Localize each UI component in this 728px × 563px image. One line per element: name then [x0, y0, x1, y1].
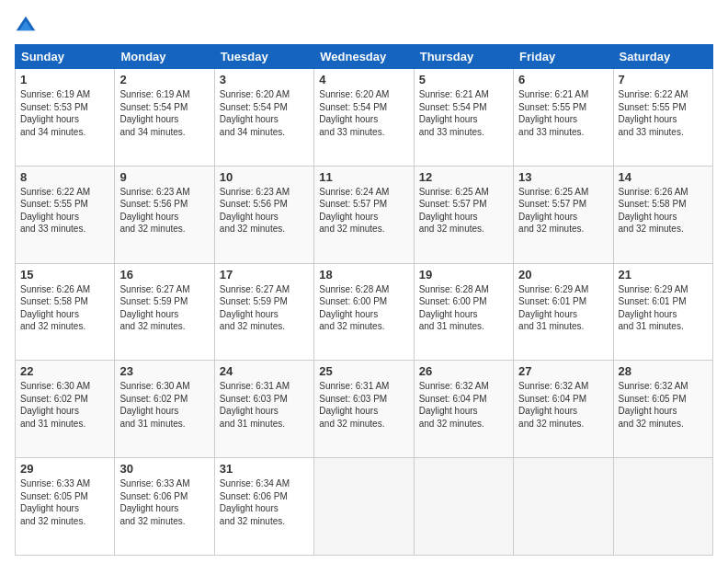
day-info: Sunrise: 6:19 AM Sunset: 5:53 PM Dayligh…: [20, 88, 109, 138]
week-row-4: 22 Sunrise: 6:30 AM Sunset: 6:02 PM Dayl…: [16, 361, 713, 458]
day-number: 4: [319, 73, 408, 86]
day-cell-15: 15 Sunrise: 6:26 AM Sunset: 5:58 PM Dayl…: [16, 263, 115, 361]
empty-cell: [514, 458, 613, 556]
day-info: Sunrise: 6:32 AM Sunset: 6:05 PM Dayligh…: [619, 380, 708, 430]
day-number: 10: [220, 170, 309, 184]
day-info: Sunrise: 6:20 AM Sunset: 5:54 PM Dayligh…: [319, 88, 408, 138]
day-info: Sunrise: 6:21 AM Sunset: 5:54 PM Dayligh…: [419, 88, 508, 138]
week-row-5: 29 Sunrise: 6:33 AM Sunset: 6:05 PM Dayl…: [16, 458, 713, 556]
logo: [15, 15, 40, 37]
day-info: Sunrise: 6:33 AM Sunset: 6:06 PM Dayligh…: [119, 477, 209, 527]
day-cell-5: 5 Sunrise: 6:21 AM Sunset: 5:54 PM Dayli…: [414, 69, 513, 167]
day-number: 22: [20, 364, 109, 378]
day-info: Sunrise: 6:34 AM Sunset: 6:06 PM Dayligh…: [220, 477, 309, 527]
day-number: 15: [20, 268, 109, 282]
day-number: 2: [119, 73, 209, 86]
day-cell-14: 14 Sunrise: 6:26 AM Sunset: 5:58 PM Dayl…: [613, 166, 712, 263]
day-number: 25: [319, 364, 408, 378]
day-number: 28: [619, 364, 708, 378]
day-number: 17: [220, 268, 309, 282]
day-info: Sunrise: 6:23 AM Sunset: 5:56 PM Dayligh…: [119, 186, 209, 236]
day-cell-18: 18 Sunrise: 6:28 AM Sunset: 6:00 PM Dayl…: [314, 263, 414, 361]
day-number: 21: [619, 268, 708, 282]
day-info: Sunrise: 6:26 AM Sunset: 5:58 PM Dayligh…: [619, 186, 708, 236]
week-row-3: 15 Sunrise: 6:26 AM Sunset: 5:58 PM Dayl…: [16, 263, 713, 361]
day-cell-6: 6 Sunrise: 6:21 AM Sunset: 5:55 PM Dayli…: [514, 69, 613, 167]
day-cell-11: 11 Sunrise: 6:24 AM Sunset: 5:57 PM Dayl…: [314, 166, 414, 263]
empty-cell: [314, 458, 414, 556]
day-cell-1: 1 Sunrise: 6:19 AM Sunset: 5:53 PM Dayli…: [16, 69, 115, 167]
week-row-1: 1 Sunrise: 6:19 AM Sunset: 5:53 PM Dayli…: [16, 69, 713, 167]
day-cell-24: 24 Sunrise: 6:31 AM Sunset: 6:03 PM Dayl…: [214, 361, 313, 458]
day-info: Sunrise: 6:32 AM Sunset: 6:04 PM Dayligh…: [419, 380, 508, 430]
day-number: 23: [119, 364, 209, 378]
day-number: 12: [419, 170, 508, 184]
day-cell-31: 31 Sunrise: 6:34 AM Sunset: 6:06 PM Dayl…: [214, 458, 313, 556]
day-info: Sunrise: 6:26 AM Sunset: 5:58 PM Dayligh…: [20, 283, 109, 333]
day-cell-28: 28 Sunrise: 6:32 AM Sunset: 6:05 PM Dayl…: [613, 361, 712, 458]
calendar-page: SundayMondayTuesdayWednesdayThursdayFrid…: [0, 0, 728, 563]
day-number: 11: [319, 170, 408, 184]
day-number: 13: [518, 170, 608, 184]
day-cell-29: 29 Sunrise: 6:33 AM Sunset: 6:05 PM Dayl…: [16, 458, 115, 556]
day-info: Sunrise: 6:27 AM Sunset: 5:59 PM Dayligh…: [119, 283, 209, 333]
day-cell-10: 10 Sunrise: 6:23 AM Sunset: 5:56 PM Dayl…: [214, 166, 313, 263]
day-number: 5: [419, 73, 508, 86]
day-info: Sunrise: 6:19 AM Sunset: 5:54 PM Dayligh…: [119, 88, 209, 138]
day-cell-8: 8 Sunrise: 6:22 AM Sunset: 5:55 PM Dayli…: [16, 166, 115, 263]
day-number: 29: [20, 462, 109, 476]
weekday-header-tuesday: Tuesday: [214, 45, 313, 69]
day-info: Sunrise: 6:21 AM Sunset: 5:55 PM Dayligh…: [518, 88, 608, 138]
weekday-header-wednesday: Wednesday: [314, 45, 414, 69]
day-number: 18: [319, 268, 408, 282]
day-info: Sunrise: 6:31 AM Sunset: 6:03 PM Dayligh…: [220, 380, 309, 430]
week-row-2: 8 Sunrise: 6:22 AM Sunset: 5:55 PM Dayli…: [16, 166, 713, 263]
day-cell-2: 2 Sunrise: 6:19 AM Sunset: 5:54 PM Dayli…: [115, 69, 214, 167]
day-cell-9: 9 Sunrise: 6:23 AM Sunset: 5:56 PM Dayli…: [115, 166, 214, 263]
weekday-header-saturday: Saturday: [613, 45, 712, 69]
day-number: 6: [518, 73, 608, 86]
day-number: 20: [518, 268, 608, 282]
day-info: Sunrise: 6:28 AM Sunset: 6:00 PM Dayligh…: [419, 283, 508, 333]
day-info: Sunrise: 6:28 AM Sunset: 6:00 PM Dayligh…: [319, 283, 408, 333]
day-cell-16: 16 Sunrise: 6:27 AM Sunset: 5:59 PM Dayl…: [115, 263, 214, 361]
day-info: Sunrise: 6:24 AM Sunset: 5:57 PM Dayligh…: [319, 186, 408, 236]
day-number: 3: [220, 73, 309, 86]
day-number: 30: [119, 462, 209, 476]
calendar-table: SundayMondayTuesdayWednesdayThursdayFrid…: [15, 44, 713, 556]
day-number: 26: [419, 364, 508, 378]
day-info: Sunrise: 6:23 AM Sunset: 5:56 PM Dayligh…: [220, 186, 309, 236]
day-number: 14: [619, 170, 708, 184]
day-number: 1: [20, 73, 109, 86]
day-info: Sunrise: 6:33 AM Sunset: 6:05 PM Dayligh…: [20, 477, 109, 527]
day-cell-17: 17 Sunrise: 6:27 AM Sunset: 5:59 PM Dayl…: [214, 263, 313, 361]
day-cell-12: 12 Sunrise: 6:25 AM Sunset: 5:57 PM Dayl…: [414, 166, 513, 263]
weekday-header-thursday: Thursday: [414, 45, 513, 69]
logo-icon: [15, 15, 37, 37]
day-info: Sunrise: 6:29 AM Sunset: 6:01 PM Dayligh…: [619, 283, 708, 333]
day-cell-21: 21 Sunrise: 6:29 AM Sunset: 6:01 PM Dayl…: [613, 263, 712, 361]
day-info: Sunrise: 6:29 AM Sunset: 6:01 PM Dayligh…: [518, 283, 608, 333]
weekday-header-sunday: Sunday: [16, 45, 115, 69]
day-number: 7: [619, 73, 708, 86]
day-info: Sunrise: 6:27 AM Sunset: 5:59 PM Dayligh…: [220, 283, 309, 333]
day-number: 31: [220, 462, 309, 476]
header: [15, 15, 713, 37]
day-number: 9: [119, 170, 209, 184]
day-cell-30: 30 Sunrise: 6:33 AM Sunset: 6:06 PM Dayl…: [115, 458, 214, 556]
day-cell-26: 26 Sunrise: 6:32 AM Sunset: 6:04 PM Dayl…: [414, 361, 513, 458]
day-cell-7: 7 Sunrise: 6:22 AM Sunset: 5:55 PM Dayli…: [613, 69, 712, 167]
day-cell-20: 20 Sunrise: 6:29 AM Sunset: 6:01 PM Dayl…: [514, 263, 613, 361]
day-number: 19: [419, 268, 508, 282]
day-cell-3: 3 Sunrise: 6:20 AM Sunset: 5:54 PM Dayli…: [214, 69, 313, 167]
day-info: Sunrise: 6:30 AM Sunset: 6:02 PM Dayligh…: [20, 380, 109, 430]
day-info: Sunrise: 6:25 AM Sunset: 5:57 PM Dayligh…: [518, 186, 608, 236]
day-info: Sunrise: 6:31 AM Sunset: 6:03 PM Dayligh…: [319, 380, 408, 430]
day-cell-13: 13 Sunrise: 6:25 AM Sunset: 5:57 PM Dayl…: [514, 166, 613, 263]
day-cell-22: 22 Sunrise: 6:30 AM Sunset: 6:02 PM Dayl…: [16, 361, 115, 458]
day-cell-23: 23 Sunrise: 6:30 AM Sunset: 6:02 PM Dayl…: [115, 361, 214, 458]
day-info: Sunrise: 6:22 AM Sunset: 5:55 PM Dayligh…: [20, 186, 109, 236]
day-number: 27: [518, 364, 608, 378]
day-info: Sunrise: 6:32 AM Sunset: 6:04 PM Dayligh…: [518, 380, 608, 430]
day-cell-27: 27 Sunrise: 6:32 AM Sunset: 6:04 PM Dayl…: [514, 361, 613, 458]
